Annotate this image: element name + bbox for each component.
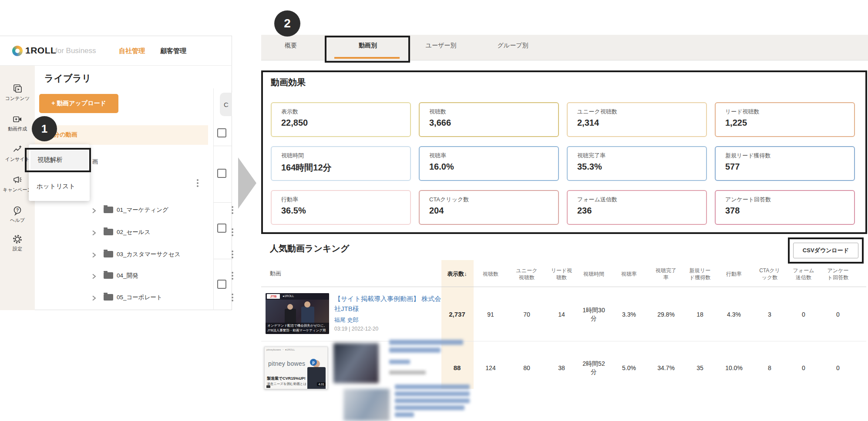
- row-divider: [214, 259, 232, 259]
- column-header-form-submits[interactable]: フォーム送信数: [792, 262, 815, 286]
- row-checkbox[interactable]: [217, 128, 226, 137]
- sidebar-item-contents[interactable]: コンテンツ: [0, 84, 35, 102]
- blurred-video-thumbnail[interactable]: [333, 343, 379, 383]
- column-header-action-rate[interactable]: 行動率: [714, 262, 754, 286]
- metric-card-lead-views: リード視聴数 1,225: [715, 102, 855, 137]
- tab-by-user[interactable]: ユーザー別: [421, 42, 461, 50]
- cell-views: 124: [471, 342, 510, 394]
- menu-item-hotlist[interactable]: ホットリスト: [37, 182, 75, 190]
- gear-icon: [0, 234, 35, 244]
- 1roll-logo-icon: [12, 46, 23, 56]
- folder-row[interactable]: 05_コーポレート: [35, 289, 208, 306]
- metric-label: 視聴率: [429, 152, 558, 160]
- folder-icon: [104, 229, 113, 235]
- column-header-completion-rate[interactable]: 視聴完了率: [654, 262, 678, 286]
- sidebar-item-label: 動画作成: [0, 126, 35, 132]
- pitney-bowes-logo-text: pitney bowes: [268, 360, 305, 367]
- nav-tab-company[interactable]: 自社管理: [119, 47, 145, 55]
- chevron-right-icon[interactable]: [92, 207, 96, 215]
- cell-views: 91: [471, 288, 510, 341]
- chevron-right-icon[interactable]: [92, 295, 96, 303]
- metric-label: ユニーク視聴数: [577, 108, 706, 116]
- sidebar-item-video-create[interactable]: 動画作成: [0, 114, 35, 132]
- clipped-button[interactable]: C: [220, 93, 232, 116]
- column-header-lead-views[interactable]: リード視聴数: [550, 262, 573, 286]
- metric-value: 1,225: [725, 118, 854, 128]
- metric-label: 視聴完了率: [577, 152, 706, 160]
- row-checkbox[interactable]: [217, 224, 226, 233]
- metric-card-new-leads: 新規リード獲得数 577: [715, 146, 855, 181]
- video-create-icon: [0, 114, 35, 124]
- folder-row[interactable]: 02_セールス: [35, 224, 208, 241]
- row-checkbox[interactable]: [217, 280, 226, 289]
- sidebar-item-help[interactable]: ? ヘルプ: [0, 205, 35, 224]
- metric-value: 16.0%: [429, 162, 558, 172]
- row-divider: [214, 202, 232, 203]
- blurred-author-line: [389, 360, 410, 364]
- chevron-right-icon[interactable]: [92, 252, 96, 260]
- metric-card-survey-answers: アンケート回答数 378: [715, 190, 855, 225]
- video-title-link[interactable]: 【サイト掲載導入事例動画】 株式会社JTB様: [334, 294, 444, 314]
- nav-tab-customer[interactable]: 顧客管理: [160, 47, 186, 55]
- cell-cta-clicks: 3: [750, 288, 789, 341]
- metric-value: 35.3%: [577, 162, 706, 172]
- metric-label: 表示数: [281, 108, 410, 116]
- tab-by-group[interactable]: グループ別: [492, 42, 534, 50]
- cell-watch-time: 1時間30分: [582, 288, 606, 341]
- column-header-cta-clicks[interactable]: CTAクリック数: [758, 262, 781, 286]
- jtb-logo: JTB: [267, 294, 280, 299]
- thumbnail-caption-line2: 潜在ニーズを掴む動画とは: [267, 382, 306, 386]
- cell-view-rate: 5.0%: [609, 342, 649, 394]
- row-menu-icon[interactable]: [197, 179, 198, 181]
- svg-text:?: ?: [16, 208, 19, 213]
- cell-survey-answers: 0: [818, 342, 858, 394]
- upload-video-button[interactable]: + 動画アップロード: [39, 94, 118, 113]
- chevron-right-icon[interactable]: [92, 230, 96, 237]
- column-header-views[interactable]: 視聴数: [471, 262, 510, 286]
- column-header-watch-time[interactable]: 視聴時間: [574, 262, 613, 286]
- folder-icon: [104, 251, 113, 257]
- column-header-view-rate[interactable]: 視聴率: [609, 262, 649, 286]
- logo-text: 1ROLL: [25, 45, 56, 56]
- video-thumbnail-pitney-bowes[interactable]: pitneybowes ・ ●1ROLL pitney bowes p 製造業で…: [264, 347, 328, 389]
- screen: 1ROLL for Business 自社管理 顧客管理 コンテンツ 動画作成: [0, 0, 868, 421]
- video-thumbnail-jtb[interactable]: JTB ●1ROLL オンデマンド配信で機会損失がゼロに。 JTB法人事業部・動…: [266, 293, 329, 334]
- folder-row[interactable]: 01_マーケティング: [35, 201, 208, 219]
- row-menu-icon[interactable]: [232, 272, 233, 274]
- folder-row[interactable]: 04_開発: [35, 267, 208, 284]
- tab-overview[interactable]: 概要: [279, 42, 303, 50]
- metric-value: 378: [725, 206, 854, 216]
- metric-label: アンケート回答数: [725, 196, 854, 204]
- column-header-video: 動画: [270, 270, 281, 277]
- duration-badge: 4.01: [317, 382, 326, 386]
- chevron-right-icon[interactable]: [92, 273, 96, 281]
- column-header-survey-answers[interactable]: アンケート回答数: [826, 262, 850, 286]
- column-header-unique-views[interactable]: ユニーク視聴数: [515, 262, 538, 286]
- row-checkbox[interactable]: [217, 169, 226, 178]
- metric-value: 22,850: [281, 118, 410, 128]
- metric-card-unique-views: ユニーク視聴数 2,314: [567, 102, 707, 137]
- metric-value: 236: [577, 206, 706, 216]
- folder-row[interactable]: 03_カスタマーサクセス: [35, 246, 208, 263]
- column-header-new-leads[interactable]: 新規リード獲得数: [688, 262, 712, 286]
- csv-download-button[interactable]: CSVダウンロード: [793, 243, 858, 258]
- sidebar-item-label: ヘルプ: [0, 217, 35, 224]
- blurred-title-line: [395, 405, 464, 410]
- sidebar-item-settings[interactable]: 設定: [0, 234, 35, 252]
- row-divider: [214, 146, 232, 146]
- row-menu-icon[interactable]: [232, 228, 233, 230]
- video-author-link[interactable]: 福尾 史郎: [334, 316, 359, 324]
- table-row-divider: [261, 341, 866, 341]
- row-menu-icon[interactable]: [232, 294, 233, 295]
- cell-cta-clicks: 8: [750, 342, 789, 394]
- row-menu-icon[interactable]: [232, 206, 233, 208]
- metric-value: 36.5%: [281, 206, 410, 216]
- metric-value: 164時間12分: [281, 162, 410, 174]
- blurred-meta-line: [389, 371, 426, 374]
- metric-card-watch-time: 視聴時間 164時間12分: [271, 146, 411, 181]
- row-menu-icon[interactable]: [232, 251, 233, 252]
- cell-action-rate: 4.3%: [714, 288, 754, 341]
- metric-card-view-rate: 視聴率 16.0%: [419, 146, 559, 181]
- blurred-video-thumbnail[interactable]: [343, 389, 390, 421]
- blurred-title-line: [395, 398, 470, 403]
